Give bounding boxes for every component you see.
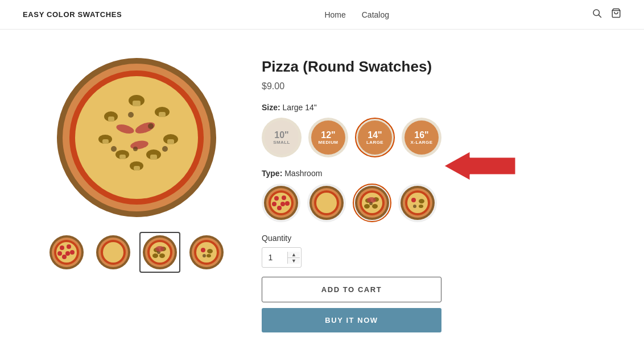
size-option-section: Size: Large 14" 10" SMALL 12" ME (262, 103, 441, 157)
product-details: Pizza (Round Swatches) $9.00 Size: Large… (262, 52, 441, 332)
main-content: Pizza (Round Swatches) $9.00 Size: Large… (0, 30, 644, 337)
type-swatches (262, 184, 441, 222)
quantity-section: Quantity ▲ ▼ (262, 234, 441, 268)
svg-point-26 (128, 112, 134, 118)
svg-point-84 (372, 204, 378, 209)
svg-rect-16 (150, 155, 157, 160)
svg-point-30 (133, 147, 138, 151)
svg-point-93 (413, 205, 416, 208)
svg-point-39 (62, 255, 67, 259)
svg-rect-18 (119, 155, 126, 159)
quantity-up[interactable]: ▲ (288, 252, 300, 258)
svg-point-59 (201, 248, 205, 252)
svg-point-61 (203, 254, 206, 257)
product-price: $9.00 (262, 81, 441, 91)
svg-point-58 (196, 242, 217, 263)
svg-rect-20 (102, 139, 109, 144)
svg-point-40 (70, 250, 75, 255)
svg-point-38 (65, 251, 70, 256)
svg-point-70 (280, 202, 285, 206)
size-option-value: Large 14" (283, 103, 317, 112)
size-swatch-12[interactable]: 12" MEDIUM (308, 118, 348, 157)
svg-point-67 (274, 196, 279, 201)
svg-point-90 (407, 193, 428, 213)
thumbnail-1[interactable] (46, 232, 87, 273)
main-product-image (46, 52, 228, 223)
svg-point-52 (159, 253, 165, 258)
header-icons (592, 8, 621, 21)
quantity-label: Quantity (262, 234, 441, 243)
nav-home[interactable]: Home (324, 10, 345, 19)
size-swatch-10[interactable]: 10" SMALL (262, 118, 302, 157)
svg-point-76 (316, 193, 337, 213)
svg-marker-95 (444, 152, 515, 180)
logo: EASY COLOR SWATCHES (23, 10, 122, 19)
buy-it-now-button[interactable]: BUY IT NOW (262, 308, 441, 332)
size-swatch-16[interactable]: 16" X-LARGE (402, 118, 441, 157)
thumbnail-3[interactable] (139, 232, 180, 273)
svg-point-35 (60, 246, 64, 250)
svg-point-83 (364, 204, 370, 209)
type-option-label: Type: Mashroom (262, 169, 441, 178)
main-nav: Home Catalog (324, 10, 389, 19)
type-option-section: Type: Mashroom (262, 169, 441, 222)
search-icon[interactable] (592, 8, 602, 21)
size-swatches: 10" SMALL 12" MEDIUM 14" (262, 118, 441, 157)
svg-point-6 (75, 76, 198, 199)
quantity-spinners: ▲ ▼ (287, 252, 300, 264)
product-title: Pizza (Round Swatches) (262, 58, 441, 76)
quantity-input-wrap: ▲ ▼ (262, 247, 302, 268)
svg-point-36 (67, 244, 71, 249)
svg-point-29 (111, 146, 117, 152)
svg-rect-14 (167, 139, 174, 144)
header: EASY COLOR SWATCHES Home Catalog (0, 0, 644, 30)
type-swatch-mushroom[interactable] (353, 184, 391, 222)
svg-point-37 (57, 251, 62, 256)
svg-point-94 (419, 205, 423, 208)
size-swatch-14[interactable]: 14" LARGE (355, 118, 395, 157)
svg-rect-22 (134, 166, 140, 170)
svg-line-1 (598, 15, 601, 17)
thumbnail-2[interactable] (93, 232, 134, 273)
thumbnail-row (46, 232, 227, 273)
svg-point-54 (155, 246, 164, 252)
type-option-value: Mashroom (284, 169, 322, 178)
svg-rect-10 (159, 112, 166, 117)
svg-rect-8 (133, 101, 141, 106)
svg-point-44 (103, 242, 123, 263)
thumbnail-4[interactable] (186, 232, 227, 273)
svg-point-28 (162, 146, 168, 152)
size-option-label: Size: Large 14" (262, 103, 441, 112)
cart-icon[interactable] (611, 8, 621, 21)
svg-point-27 (148, 123, 154, 129)
svg-point-60 (207, 249, 213, 253)
svg-rect-12 (108, 117, 114, 122)
add-to-cart-button[interactable]: ADD TO CART (262, 277, 441, 302)
svg-point-69 (272, 202, 276, 206)
svg-point-86 (369, 202, 373, 205)
svg-point-72 (285, 201, 290, 206)
svg-point-51 (152, 253, 158, 258)
svg-point-71 (277, 206, 282, 210)
nav-catalog[interactable]: Catalog (362, 10, 389, 19)
svg-point-92 (419, 199, 424, 203)
svg-point-91 (411, 198, 416, 202)
quantity-down[interactable]: ▼ (288, 258, 300, 264)
product-images (46, 52, 228, 332)
type-swatch-mixed[interactable] (398, 184, 437, 222)
arrow-annotation (441, 149, 515, 185)
type-swatch-pepperoni[interactable] (262, 184, 300, 222)
svg-point-62 (207, 254, 211, 257)
quantity-input[interactable] (262, 253, 287, 262)
svg-point-68 (282, 195, 286, 200)
type-swatch-cheese[interactable] (307, 184, 346, 222)
